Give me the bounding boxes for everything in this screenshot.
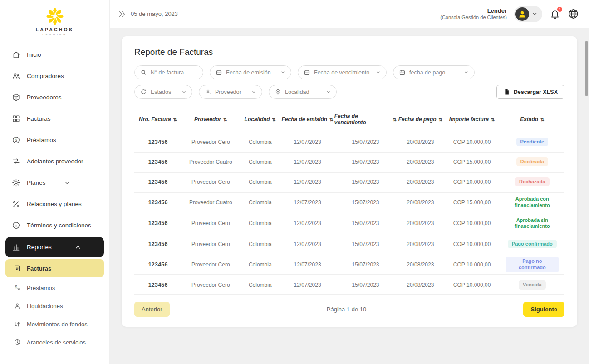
download-xlsx-label: Descargar XLSX	[514, 89, 558, 95]
cell-fecha-emision: 12/07/2023	[280, 197, 334, 207]
user-console-label: (Consola Gestión de Clientes)	[440, 15, 507, 21]
chevron-down-icon	[326, 89, 331, 94]
page-info: Página 1 de 10	[170, 306, 524, 313]
sort-icon[interactable]	[272, 117, 276, 122]
sort-icon[interactable]	[540, 117, 544, 122]
emission-date-filter[interactable]: Fecha de emisión	[210, 65, 291, 79]
funds-transfer-icon	[14, 320, 21, 328]
cell-estado: Declinada	[500, 156, 564, 168]
topbar-right: Lender (Consola Gestión de Clientes) 1	[440, 6, 579, 22]
sidebar-item-planes[interactable]: Planes	[0, 172, 109, 193]
cell-nro-factura: 123456	[134, 260, 182, 270]
cell-nro-factura: 123456	[134, 157, 182, 167]
col-header-fecha-emision[interactable]: Fecha de emisión	[280, 113, 334, 126]
col-header-proveedor[interactable]: Proveedor	[182, 113, 240, 126]
submenu-item-prestamos[interactable]: $ Préstamos	[0, 279, 109, 297]
table-row[interactable]: 123456 Proveedor Cuatro Colombia 12/07/2…	[134, 192, 564, 212]
sidebar-collapse-icon[interactable]	[118, 10, 126, 18]
states-filter[interactable]: Estados	[134, 85, 192, 99]
sidebar-item-label: Adelantos proveedor	[27, 158, 83, 165]
cell-fecha-pago: 20/08/2023	[397, 197, 444, 207]
notifications-button[interactable]: 1	[550, 8, 560, 20]
cell-fecha-emision: 12/07/2023	[280, 177, 334, 187]
sidebar-item-compradores[interactable]: Compradores	[0, 65, 109, 87]
app-root: LAPACHOS LENDING Inicio Compradores Prov…	[0, 0, 589, 364]
cell-localidad: Colombia	[240, 218, 280, 228]
provider-filter[interactable]: Proveedor	[199, 85, 262, 99]
cell-importe-factura: COP 10.000,00	[444, 218, 500, 228]
chevron-down-icon	[280, 70, 285, 75]
sidebar-item-relaciones-y-planes[interactable]: Relaciones y planes	[0, 193, 109, 215]
table-row[interactable]: 123456 Proveedor Cero Colombia 12/07/202…	[134, 276, 564, 295]
scrollbar-thumb[interactable]	[585, 41, 588, 96]
col-header-localidad[interactable]: Localidad	[240, 113, 280, 126]
chevron-down-icon	[532, 11, 538, 17]
invoice-table-body: 123456 Proveedor Cero Colombia 12/07/202…	[134, 133, 564, 295]
brand-logo: LAPACHOS LENDING	[0, 0, 109, 40]
svg-text:$: $	[15, 285, 17, 289]
col-header-fecha-pago[interactable]: Fecha de pago	[397, 113, 444, 126]
cell-fecha-vencimiento: 15/07/2023	[334, 137, 397, 147]
table-row[interactable]: 123456 Proveedor Cero Colombia 12/07/202…	[134, 255, 564, 275]
sidebar-item-label: Compradores	[27, 73, 64, 79]
sidebar-item-terminos-y-condiciones[interactable]: Términos y condiciones	[0, 215, 109, 236]
filter-label: Estados	[151, 89, 171, 95]
cell-fecha-emision: 12/07/2023	[280, 218, 334, 228]
sort-icon[interactable]	[173, 117, 177, 122]
cell-fecha-vencimiento: 15/07/2023	[334, 218, 397, 228]
col-header-nro-factura[interactable]: Nro. Factura	[134, 113, 182, 126]
table-row[interactable]: 123456 Proveedor Cero Colombia 12/07/202…	[134, 133, 564, 151]
sort-icon[interactable]	[393, 117, 397, 122]
next-page-button[interactable]: Siguiente	[523, 302, 564, 317]
payment-date-filter[interactable]: fecha de pago	[393, 65, 475, 79]
map-pin-icon	[275, 89, 281, 95]
language-globe-button[interactable]	[568, 8, 579, 20]
table-row[interactable]: 123456 Proveedor Cuatro Colombia 12/07/2…	[134, 152, 564, 171]
grid-icon	[12, 114, 20, 123]
sort-icon[interactable]	[439, 117, 442, 122]
table-row[interactable]: 123456 Proveedor Cero Colombia 12/07/202…	[134, 172, 564, 191]
col-header-importe-factura[interactable]: Importe factura	[444, 113, 500, 126]
cell-fecha-vencimiento: 15/07/2023	[334, 239, 397, 249]
sidebar-item-reportes[interactable]: Reportes	[5, 237, 104, 257]
filter-row-1: Fecha de emisión Fecha de vencimiento fe…	[134, 65, 564, 79]
cell-localidad: Colombia	[240, 260, 280, 270]
download-xlsx-button[interactable]: Descargar XLSX	[496, 85, 564, 99]
sidebar-item-inicio[interactable]: Inicio	[0, 44, 109, 65]
cell-estado: Aprobada sin financiamiento	[500, 214, 564, 233]
user-menu[interactable]	[514, 6, 542, 22]
col-header-fecha-vencimiento[interactable]: Fecha de vencimiento	[334, 113, 397, 126]
sort-icon[interactable]	[329, 117, 333, 122]
col-header-estado[interactable]: Estado	[500, 113, 564, 126]
cell-fecha-pago: 20/08/2023	[397, 218, 444, 228]
submenu-item-aranceles-de-servicios[interactable]: Aranceles de servicios	[0, 333, 109, 351]
calendar-icon	[304, 69, 310, 76]
svg-text:$: $	[15, 138, 17, 143]
table-row[interactable]: 123456 Proveedor Cero Colombia 12/07/202…	[134, 214, 564, 234]
due-date-filter[interactable]: Fecha de vencimiento	[298, 65, 387, 79]
sidebar-item-prestamos[interactable]: $ Préstamos	[0, 129, 109, 151]
table-header: Nro. Factura Proveedor Localidad Fecha d…	[134, 109, 564, 131]
cell-proveedor: Proveedor Cero	[182, 218, 240, 228]
cell-nro-factura: 123456	[134, 137, 182, 147]
cell-fecha-pago: 20/08/2023	[397, 157, 444, 167]
filter-label: Localidad	[285, 89, 309, 95]
previous-page-button[interactable]: Anterior	[134, 302, 170, 317]
sort-icon[interactable]	[491, 117, 495, 122]
submenu-item-liquidaciones[interactable]: Liquidaciones	[0, 297, 109, 315]
table-row[interactable]: 123456 Proveedor Cero Colombia 12/07/202…	[134, 235, 564, 253]
cell-nro-factura: 123456	[134, 239, 182, 249]
submenu-item-movimientos-de-fondos[interactable]: Movimientos de fondos	[0, 315, 109, 333]
sidebar-item-label: Relaciones y planes	[27, 201, 82, 207]
locality-filter[interactable]: Localidad	[269, 85, 337, 99]
sort-icon[interactable]	[223, 117, 227, 122]
sidebar-item-facturas[interactable]: Facturas	[0, 108, 109, 129]
sidebar-item-adelantos-proveedor[interactable]: Adelantos proveedor	[0, 151, 109, 172]
invoice-number-input[interactable]	[151, 69, 197, 76]
chevron-down-icon	[464, 70, 469, 75]
cell-estado: Vencida	[500, 279, 564, 291]
sidebar-item-proveedores[interactable]: Proveedores	[0, 87, 109, 108]
invoice-number-search[interactable]	[134, 65, 203, 79]
cell-fecha-vencimiento: 15/07/2023	[334, 260, 397, 270]
submenu-item-facturas[interactable]: Facturas	[5, 259, 104, 277]
